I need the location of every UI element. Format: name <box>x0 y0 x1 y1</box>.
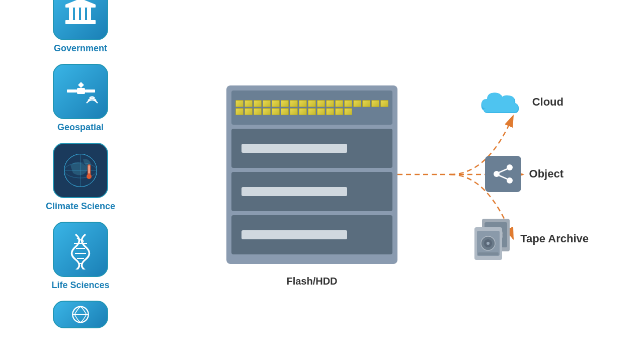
drive-bar-2 <box>242 187 347 196</box>
sidebar: Government Geospatial <box>0 0 161 362</box>
geospatial-label: Geospatial <box>57 122 104 133</box>
led-1 <box>235 100 244 107</box>
led-15 <box>362 100 370 107</box>
led-25 <box>299 108 307 115</box>
extra-icon <box>63 301 98 328</box>
tape-drives-icon <box>472 216 515 264</box>
led-20 <box>254 108 262 115</box>
tape-archive-icon <box>472 216 512 261</box>
svg-point-30 <box>507 164 513 170</box>
object-label: Object <box>529 167 564 180</box>
drive-bar-3 <box>242 230 347 239</box>
led-7 <box>290 100 298 107</box>
svg-rect-8 <box>67 89 77 93</box>
svg-rect-1 <box>65 5 96 8</box>
server-top-panel <box>231 90 392 125</box>
led-2 <box>245 100 253 107</box>
life-sciences-label: Life Sciences <box>51 280 109 291</box>
climate-icon <box>60 150 101 191</box>
sidebar-item-government[interactable]: Government <box>53 0 108 54</box>
destination-object: Object <box>485 156 564 192</box>
led-18 <box>235 108 244 115</box>
svg-rect-45 <box>478 252 499 255</box>
destination-tape: Tape Archive <box>472 216 589 261</box>
svg-marker-10 <box>78 82 84 88</box>
led-10 <box>317 100 325 107</box>
led-27 <box>317 108 325 115</box>
sidebar-item-life[interactable]: Life Sciences <box>51 222 109 291</box>
share-icon <box>491 161 516 187</box>
svg-rect-18 <box>88 165 90 173</box>
geospatial-icon-wrapper <box>53 64 108 119</box>
tape-label: Tape Archive <box>520 232 589 245</box>
climate-icon-wrapper <box>53 143 108 198</box>
led-11 <box>326 100 334 107</box>
object-storage-icon <box>485 156 521 192</box>
svg-rect-9 <box>85 89 95 93</box>
led-9 <box>308 100 316 107</box>
svg-rect-0 <box>65 20 96 24</box>
government-label: Government <box>54 43 107 54</box>
led-24 <box>290 108 298 115</box>
svg-line-34 <box>499 175 507 179</box>
led-8 <box>299 100 307 107</box>
government-icon-wrapper <box>53 0 108 40</box>
life-icon <box>63 229 98 269</box>
drive-bay-1 <box>231 129 392 168</box>
svg-rect-4 <box>81 8 85 20</box>
government-icon <box>63 0 98 28</box>
sidebar-item-climate[interactable]: Climate Science <box>46 143 115 212</box>
led-17 <box>380 100 388 107</box>
led-29 <box>335 108 343 115</box>
led-26 <box>308 108 316 115</box>
led-strip <box>235 100 388 115</box>
led-13 <box>344 100 352 107</box>
svg-marker-6 <box>65 0 96 5</box>
led-22 <box>272 108 280 115</box>
life-icon-wrapper <box>53 222 108 277</box>
climate-label: Climate Science <box>46 201 115 212</box>
led-21 <box>263 108 271 115</box>
flash-hdd-server: Flash/HDD <box>226 85 397 264</box>
led-4 <box>263 100 271 107</box>
cloud-icon <box>479 85 524 118</box>
led-3 <box>254 100 262 107</box>
geospatial-icon <box>62 73 100 111</box>
led-30 <box>344 108 352 115</box>
svg-rect-2 <box>69 8 73 20</box>
svg-point-31 <box>507 177 513 184</box>
led-14 <box>353 100 361 107</box>
drive-bay-2 <box>231 172 392 211</box>
led-19 <box>245 108 253 115</box>
diagram-area: Flash/HDD Cloud <box>161 0 644 362</box>
cloud-label: Cloud <box>532 96 564 109</box>
destination-cloud: Cloud <box>479 85 564 118</box>
extra-icon-wrapper <box>53 301 108 328</box>
led-23 <box>281 108 289 115</box>
led-6 <box>281 100 289 107</box>
led-16 <box>371 100 379 107</box>
svg-rect-3 <box>75 8 79 20</box>
sidebar-item-extra[interactable] <box>53 301 108 331</box>
svg-rect-7 <box>77 88 85 94</box>
led-28 <box>326 108 334 115</box>
server-label: Flash/HDD <box>286 276 337 287</box>
svg-point-44 <box>487 242 490 245</box>
svg-line-33 <box>499 169 507 172</box>
drive-bar-1 <box>242 144 347 153</box>
led-12 <box>335 100 343 107</box>
svg-point-32 <box>494 171 500 177</box>
svg-rect-5 <box>87 8 91 20</box>
led-5 <box>272 100 280 107</box>
svg-point-17 <box>87 174 92 179</box>
drive-bay-3 <box>231 215 392 254</box>
sidebar-item-geospatial[interactable]: Geospatial <box>53 64 108 133</box>
